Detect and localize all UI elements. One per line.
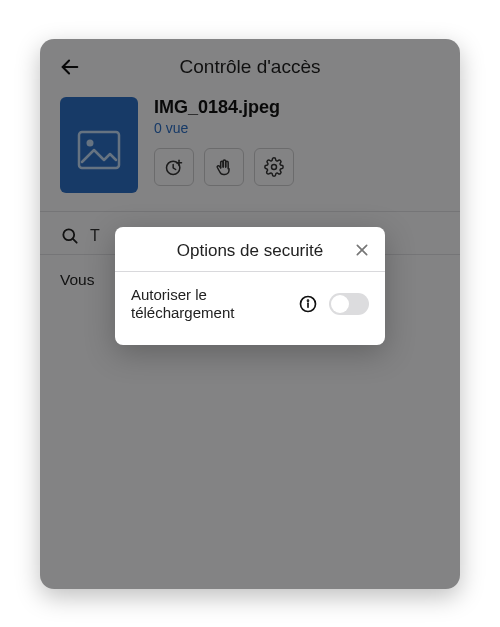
info-button[interactable] bbox=[297, 293, 319, 315]
dialog-body: Autoriser le téléchargement bbox=[115, 272, 385, 346]
app-screen: Contrôle d'accès IMG_0184.jpeg 0 vue bbox=[40, 39, 460, 589]
security-options-dialog: Options de securité Autoriser le télécha… bbox=[115, 227, 385, 346]
allow-download-label: Autoriser le téléchargement bbox=[131, 286, 287, 324]
toggle-knob bbox=[331, 295, 349, 313]
allow-download-toggle[interactable] bbox=[329, 293, 369, 315]
modal-overlay[interactable]: Options de securité Autoriser le télécha… bbox=[40, 39, 460, 589]
svg-point-13 bbox=[308, 300, 309, 301]
info-icon bbox=[298, 294, 318, 314]
close-button[interactable] bbox=[351, 239, 373, 261]
dialog-header: Options de securité bbox=[115, 227, 385, 271]
dialog-title: Options de securité bbox=[177, 241, 323, 261]
close-icon bbox=[354, 242, 370, 258]
